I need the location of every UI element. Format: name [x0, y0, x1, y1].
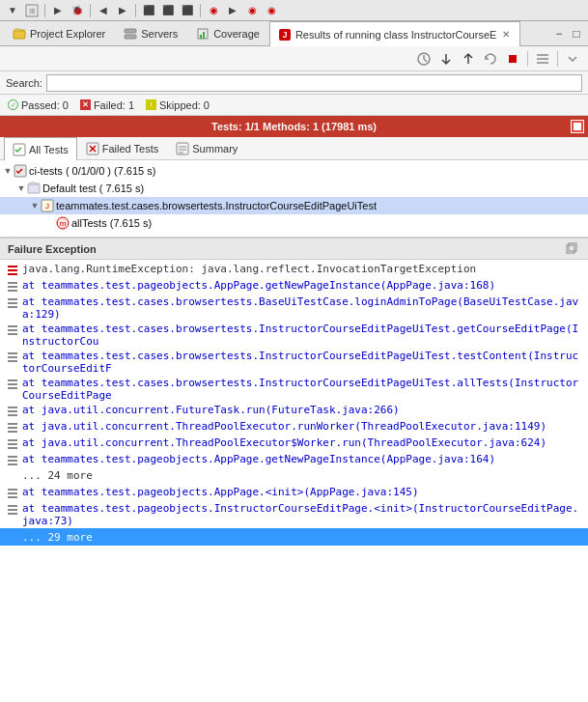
svg-rect-2 [14, 31, 25, 39]
minimize-btn[interactable]: − [551, 26, 567, 42]
svg-rect-24 [28, 184, 40, 193]
copy-trace-btn[interactable] [561, 239, 580, 259]
trace-more-29[interactable]: ... 29 more [0, 528, 588, 546]
progress-text: Tests: 1/1 Methods: 1 (17981 ms) [211, 121, 377, 132]
trace-line-6[interactable]: at java.util.concurrent.FutureTask.run(F… [0, 403, 588, 419]
status-passed-value: 0 [63, 99, 69, 111]
trace-icon-5 [6, 378, 19, 391]
tab-all-tests[interactable]: All Tests [4, 137, 77, 160]
status-skipped-label: Skipped: [159, 99, 201, 111]
all-tests-icon [13, 143, 26, 156]
trace-text-6: at java.util.concurrent.FutureTask.run(F… [22, 404, 584, 416]
trace-line-11[interactable]: at teammates.test.pageobjects.Instructor… [0, 501, 588, 528]
trace-line-10[interactable]: at teammates.test.pageobjects.AppPage.<i… [0, 485, 588, 501]
toolbar-btn-8[interactable]: ⬛ [159, 2, 177, 19]
trace-line-3[interactable]: at teammates.test.cases.browsertests.Ins… [0, 322, 588, 349]
expand-instructor-page[interactable]: ▼ [29, 200, 41, 211]
search-input[interactable] [46, 74, 582, 92]
test-tabs: All Tests Failed Tests Summary [0, 137, 588, 160]
toolbar-btn-9[interactable]: ⬛ [179, 2, 196, 19]
toolbar-btn-10[interactable]: ◉ [205, 2, 222, 19]
stop-btn[interactable] [503, 49, 522, 69]
trace-text-10: at teammates.test.pageobjects.AppPage.<i… [22, 486, 584, 498]
expand-ci-tests[interactable]: ▼ [2, 165, 14, 177]
tab-project-explorer[interactable]: Project Explorer [4, 21, 114, 45]
trace-exception[interactable]: java.lang.RuntimeException: java.lang.re… [0, 262, 588, 278]
instructor-page-label: teammates.test.cases.browsertests.Instru… [56, 200, 377, 211]
tab-label-servers: Servers [141, 28, 178, 40]
toolbar-btn-5[interactable]: ◀ [95, 2, 112, 19]
svg-rect-4 [125, 35, 136, 39]
trace-line-9[interactable]: at teammates.test.pageobjects.AppPage.ge… [0, 452, 588, 468]
toolbar-btn-13[interactable]: ◉ [263, 2, 280, 19]
pass-icon [8, 99, 18, 110]
junit-icon: J [278, 28, 292, 42]
trace-text-9: at teammates.test.pageobjects.AppPage.ge… [22, 453, 584, 465]
svg-text:⊞: ⊞ [29, 7, 36, 15]
trace-line-7[interactable]: at java.util.concurrent.ThreadPoolExecut… [0, 419, 588, 435]
trace-icon-6 [6, 405, 19, 418]
toolbar-btn-1[interactable]: ▼ [4, 2, 21, 19]
prev-failure-btn[interactable] [459, 49, 478, 69]
toolbar-debug[interactable]: 🐞 [69, 2, 86, 19]
failure-header: Failure Exception [0, 239, 588, 260]
stop-progress-btn[interactable] [571, 120, 584, 133]
toolbar-btn-7[interactable]: ⬛ [140, 2, 157, 19]
action-sep-2 [557, 51, 558, 67]
tab-coverage[interactable]: Coverage [187, 21, 268, 45]
tab-servers[interactable]: Servers [115, 21, 186, 45]
next-failure-btn[interactable] [436, 49, 456, 69]
tab-failed-tests[interactable]: Failed Tests [77, 137, 168, 159]
default-test-icon [27, 182, 41, 195]
tab-summary[interactable]: Summary [167, 137, 246, 159]
trace-line-8[interactable]: at java.util.concurrent.ThreadPoolExecut… [0, 435, 588, 452]
tree-item-ci-tests[interactable]: ▼ ci-tests ( 0/1/0/0 ) (7.615 s) [0, 162, 588, 180]
toolbar-btn-11[interactable]: ▶ [224, 2, 241, 19]
tab-all-tests-label: All Tests [29, 144, 69, 155]
toolbar-btn-2[interactable]: ⊞ [23, 2, 41, 19]
view-menu-btn[interactable] [563, 49, 582, 69]
tab-results[interactable]: J Results of running class InstructorCou… [269, 21, 520, 46]
tree-item-instructor-page[interactable]: ▼ J teammates.test.cases.browsertests.In… [0, 197, 588, 214]
trace-line-4[interactable]: at teammates.test.cases.browsertests.Ins… [0, 349, 588, 376]
expand-default-test[interactable]: ▼ [15, 183, 27, 194]
status-failed-value: 1 [128, 99, 134, 111]
trace-text-8: at java.util.concurrent.ThreadPoolExecut… [22, 436, 584, 449]
tab-controls: − □ [551, 21, 584, 45]
trace-line-2[interactable]: at teammates.test.cases.browsertests.Bas… [0, 295, 588, 322]
rerun-btn[interactable] [481, 49, 500, 69]
failure-content: java.lang.RuntimeException: java.lang.re… [0, 260, 588, 702]
ci-tests-icon [14, 164, 27, 178]
trace-icon-4 [6, 351, 19, 364]
trace-text-0: java.lang.RuntimeException: java.lang.re… [22, 263, 584, 275]
trace-line-5[interactable]: at teammates.test.cases.browsertests.Ins… [0, 376, 588, 403]
instructor-page-icon: J [41, 199, 54, 212]
trace-line-1[interactable]: at teammates.test.pageobjects.AppPage.ge… [0, 278, 588, 295]
fail-icon: ✕ [80, 99, 91, 110]
trace-icon-1 [6, 280, 19, 294]
tree-item-default-test[interactable]: ▼ Default test ( 7.615 s) [0, 180, 588, 197]
tab-bar: Project Explorer Servers Coverage J Resu… [0, 21, 588, 46]
trace-text-11: at teammates.test.pageobjects.Instructor… [22, 502, 584, 527]
tree-panel: ▼ ci-tests ( 0/1/0/0 ) (7.615 s) ▼ Defau… [0, 160, 588, 238]
toolbar-btn-12[interactable]: ◉ [243, 2, 261, 19]
trace-text-1: at teammates.test.pageobjects.AppPage.ge… [22, 279, 584, 292]
collapse-all-btn[interactable] [533, 49, 552, 69]
status-failed-label: Failed: [94, 99, 126, 111]
toolbar-run[interactable]: ▶ [49, 2, 67, 19]
toolbar-sep-2 [90, 4, 91, 17]
trace-text-7: at java.util.concurrent.ThreadPoolExecut… [22, 420, 584, 433]
history-btn[interactable] [414, 49, 434, 69]
svg-rect-11 [509, 55, 517, 63]
svg-rect-29 [567, 245, 574, 253]
tree-item-all-tests-method[interactable]: ▶ m allTests (7.615 s) [0, 214, 588, 232]
more-29-icon [6, 531, 19, 545]
trace-text-3: at teammates.test.cases.browsertests.Ins… [22, 323, 584, 348]
progress-bar: Tests: 1/1 Methods: 1 (17981 ms) [0, 116, 588, 137]
toolbar-btn-6[interactable]: ▶ [114, 2, 131, 19]
failed-tests-icon [86, 142, 99, 155]
maximize-btn[interactable]: □ [569, 26, 584, 42]
tab-label-coverage: Coverage [213, 28, 260, 40]
trace-more-24[interactable]: ... 24 more [0, 468, 588, 485]
tab-close-results[interactable]: ✕ [500, 29, 512, 40]
